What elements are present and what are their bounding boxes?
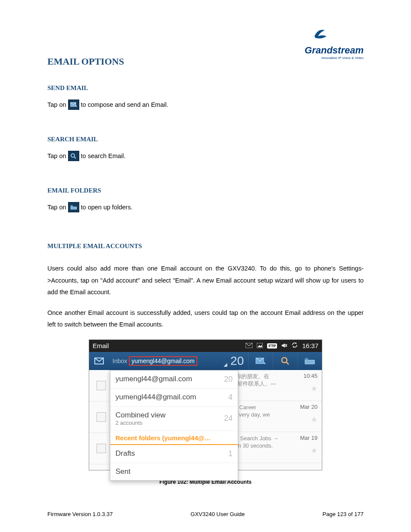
svg-line-3 (74, 157, 76, 159)
folders-instruction: Tap on to open up folders. (47, 202, 364, 212)
app-title: Email (93, 342, 246, 349)
svg-text:+: + (75, 104, 77, 108)
multiple-p2: Once another Email account is successful… (47, 307, 364, 331)
star-icon[interactable]: ★ (311, 384, 318, 393)
clock-time: 16:37 (302, 342, 318, 349)
compose-icon: + (68, 100, 79, 110)
folders-post: to open up folders. (81, 204, 133, 211)
compose-button[interactable] (89, 352, 110, 370)
email-toolbar: Inbox yumengl44@gmail.com ◢ 20 + yumeng (89, 352, 322, 370)
star-icon[interactable]: ★ (311, 446, 318, 455)
star-icon[interactable]: ★ (311, 415, 318, 424)
svg-line-13 (286, 362, 289, 364)
subhead-send: SEND EMAIL (47, 84, 364, 92)
inbox-label: Inbox (112, 358, 127, 364)
subhead-search: SEARCH EMAIL (47, 136, 364, 143)
search-post: to search Email. (81, 152, 126, 159)
account-option[interactable]: yumengl444@gmail.com 4 (110, 389, 238, 407)
picture-status-icon (257, 342, 263, 349)
brand-logo: Grandstream Innovative IP Voice & Video (305, 26, 364, 60)
svg-text:+: + (263, 361, 266, 365)
sync-icon (292, 342, 298, 349)
unread-count: 20 (226, 352, 248, 370)
svg-point-2 (71, 154, 75, 157)
text-tap-pre: Tap on (47, 152, 66, 159)
folder-option-sent[interactable]: Sent (110, 463, 238, 480)
account-dropdown: yumengl44@gmail.com 20 yumengl444@gmail.… (110, 370, 238, 481)
combined-view-option[interactable]: Combined view 2 accounts 24 (110, 407, 238, 431)
svg-point-12 (282, 358, 287, 363)
row-checkbox[interactable] (97, 412, 106, 422)
folder-button[interactable] (297, 352, 322, 370)
figure-screenshot: Email FTP 16:37 Inbox yumengl44@gmail.co… (89, 339, 322, 470)
account-selector[interactable]: Inbox yumengl44@gmail.com (110, 352, 224, 370)
svg-rect-4 (71, 205, 73, 206)
row-checkbox[interactable] (97, 381, 106, 390)
text-tap-pre: Tap on (47, 101, 66, 108)
status-bar: Email FTP 16:37 (89, 340, 322, 352)
footer-left: Firmware Version 1.0.3.37 (47, 511, 113, 517)
search-instruction: Tap on to search Email. (47, 151, 364, 161)
multiple-p1: Users could also add more than one Email… (47, 263, 364, 299)
send-instruction: Tap on + to compose and send an Email. (47, 100, 364, 110)
mute-icon (281, 342, 287, 349)
brand-name: Grandstream (305, 45, 364, 56)
page-footer: Firmware Version 1.0.3.37 GXV3240 User G… (47, 511, 364, 517)
selected-account: yumengl44@gmail.com (129, 356, 197, 366)
subhead-folders: EMAIL FOLDERS (47, 187, 364, 194)
recent-folders-header: Recent folders (yumengl44@… (110, 431, 238, 445)
mail-status-icon (246, 342, 252, 349)
search-button[interactable] (273, 352, 297, 370)
brand-tagline: Innovative IP Voice & Video (305, 56, 364, 60)
folder-icon (68, 202, 79, 212)
footer-center: GXV3240 User Guide (190, 511, 245, 517)
ftp-badge: FTP (267, 343, 277, 348)
row-checkbox[interactable] (97, 444, 106, 453)
new-mail-button[interactable]: + (248, 352, 273, 370)
footer-right: Page 123 of 177 (323, 511, 364, 517)
svg-rect-14 (305, 358, 308, 360)
search-icon (68, 151, 79, 161)
account-option[interactable]: yumengl44@gmail.com 20 (110, 370, 238, 389)
send-post: to compose and send an Email. (81, 101, 168, 108)
folder-option-drafts[interactable]: Drafts 1 (110, 445, 238, 463)
subhead-multiple: MULTIPLE EMAIL ACCOUNTS (47, 243, 364, 250)
text-tap-pre: Tap on (47, 204, 66, 211)
